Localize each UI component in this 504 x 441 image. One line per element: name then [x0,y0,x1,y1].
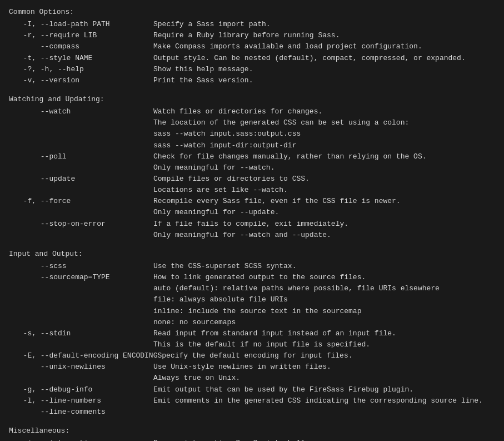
option-desc: Recompile every Sass file, even if the C… [153,196,495,207]
option-key: -r, --require LIB [9,30,153,41]
option-desc [153,407,495,418]
option-extra-desc: inline: include the source text in the s… [153,306,495,317]
option-extra-row: sass --watch input.sass:output.css [9,128,495,140]
section-header-1: Watching and Updating: [9,94,495,105]
option-desc: Show this help message. [153,64,495,75]
option-desc: Make Compass imports available and load … [153,41,495,52]
option-extra-desc: Locations are set like --watch. [153,185,495,196]
option-desc: Use the CSS-superset SCSS syntax. [153,261,495,272]
section-header-3: Miscellaneous: [9,425,495,437]
option-key-empty [9,317,153,328]
option-row: --scssUse the CSS-superset SCSS syntax. [9,261,495,272]
option-key: --scss [9,261,153,272]
option-extra-desc: Only meaningful for --watch and --update… [153,230,495,241]
option-desc: Emit output that can be used by the Fire… [153,384,495,395]
option-extra-row: This is the default if no input file is … [9,339,495,350]
option-key: --stop-on-error [9,219,153,230]
option-key-empty [9,207,153,218]
option-key: -t, --style NAME [9,53,153,64]
option-row: -i, --interactiveRun an interactive Sass… [9,438,495,441]
option-desc: Print the Sass version. [153,75,495,86]
option-desc: Use Unix-style newlines in written files… [153,361,495,373]
option-key: --watch [9,106,153,117]
option-row: -t, --style NAMEOutput style. Can be nes… [9,53,495,64]
option-row: --watchWatch files or directories for ch… [9,106,495,117]
option-extra-row: inline: include the source text in the s… [9,306,495,317]
option-key: -i, --interactive [9,438,153,441]
option-extra-desc: Only meaningful for --watch. [153,162,495,174]
option-desc: Specify the default encoding for input f… [157,350,495,361]
option-row: -r, --require LIBRequire a Ruby library … [9,30,495,41]
option-key-empty [9,230,153,241]
option-extra-desc: Only meaningful for --update. [153,207,495,218]
option-key: --unix-newlines [9,361,153,373]
option-extra-desc: This is the default if no input file is … [153,339,495,350]
option-key-empty [9,185,153,196]
option-extra-row: Always true on Unix. [9,373,495,384]
option-extra-desc: The location of the generated CSS can be… [153,117,495,128]
option-row: -s, --stdinRead input from standard inpu… [9,328,495,339]
option-key: --sourcemap=TYPE [9,272,153,283]
option-row: -l, --line-numbersEmit comments in the g… [9,395,495,407]
option-key-empty [9,339,153,350]
option-key-empty [9,294,153,305]
option-row: -?, -h, --helpShow this help message. [9,64,495,75]
option-key: -g, --debug-info [9,384,153,395]
option-row: --line-comments [9,407,495,418]
option-desc: How to link generated output to the sour… [153,272,495,283]
option-desc: If a file fails to compile, exit immedia… [153,219,495,230]
section-header-0: Common Options: [9,7,495,18]
option-key: -?, -h, --help [9,64,153,75]
option-extra-desc: sass --watch input.sass:output.css [153,128,495,140]
option-desc: Require a Ruby library before running Sa… [153,30,495,41]
option-desc: Output style. Can be nested (default), c… [153,53,495,64]
option-key-empty [9,128,153,140]
option-key: -f, --force [9,196,153,207]
option-row: -I, --load-path PATHSpecify a Sass impor… [9,19,495,30]
option-extra-desc: auto (default): relative paths where pos… [153,283,495,294]
option-desc: Watch files or directories for changes. [153,106,495,117]
option-desc: Read input from standard input instead o… [153,328,495,339]
option-row: --compassMake Compass imports available … [9,41,495,52]
option-row: --pollCheck for file changes manually, r… [9,151,495,162]
section-header-2: Input and Output: [9,249,495,260]
option-extra-desc: none: no sourcemaps [153,317,495,328]
option-row: --unix-newlinesUse Unix-style newlines i… [9,361,495,373]
option-key: -l, --line-numbers [9,395,153,407]
option-extra-row: sass --watch input-dir:output-dir [9,140,495,151]
option-extra-desc: file: always absolute file URIs [153,294,495,305]
option-key: -E, --default-encoding ENCODING [9,350,157,361]
option-extra-row: auto (default): relative paths where pos… [9,283,495,294]
option-row: --updateCompile files or directories to … [9,174,495,185]
option-desc: Specify a Sass import path. [153,19,495,30]
option-extra-desc: sass --watch input-dir:output-dir [153,140,495,151]
option-key: --poll [9,151,153,162]
option-desc: Check for file changes manually, rather … [153,151,495,162]
option-key-empty [9,283,153,294]
option-key: --line-comments [9,407,153,418]
option-extra-row: none: no sourcemaps [9,317,495,328]
option-extra-row: The location of the generated CSS can be… [9,117,495,128]
option-extra-row: Only meaningful for --watch. [9,162,495,174]
option-row: -f, --forceRecompile every Sass file, ev… [9,196,495,207]
option-row: --sourcemap=TYPEHow to link generated ou… [9,272,495,283]
option-key-empty [9,306,153,317]
option-key: --update [9,174,153,185]
option-key-empty [9,162,153,174]
option-key-empty [9,140,153,151]
option-key: -I, --load-path PATH [9,19,153,30]
terminal-output: Common Options: -I, --load-path PATHSpec… [9,7,495,441]
option-row: -g, --debug-infoEmit output that can be … [9,384,495,395]
option-row: -v, --versionPrint the Sass version. [9,75,495,86]
option-key: --compass [9,41,153,52]
option-desc: Compile files or directories to CSS. [153,174,495,185]
option-row: -E, --default-encoding ENCODINGSpecify t… [9,350,495,361]
option-key: -v, --version [9,75,153,86]
option-key-empty [9,373,153,384]
option-desc: Run an interactive SassScript shell. [153,438,495,441]
option-extra-row: Locations are set like --watch. [9,185,495,196]
option-extra-row: Only meaningful for --update. [9,207,495,218]
option-key: -s, --stdin [9,328,153,339]
option-extra-desc: Always true on Unix. [153,373,495,384]
option-key-empty [9,117,153,128]
